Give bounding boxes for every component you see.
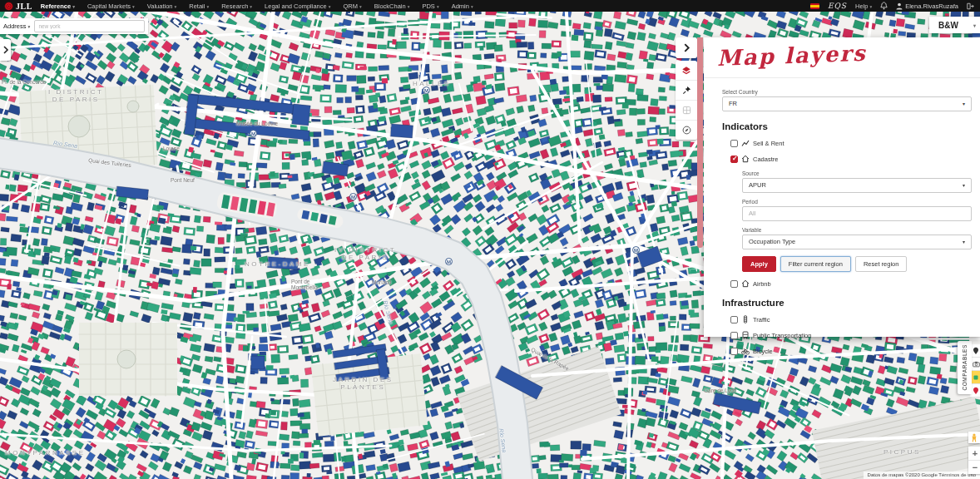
nav-item-capital-markets[interactable]: Capital Markets▾ <box>87 2 135 10</box>
panel-collapse-button[interactable] <box>676 37 697 58</box>
chevron-down-icon: ▾ <box>973 22 976 28</box>
nav-item-qrm[interactable]: QRM▾ <box>343 2 361 10</box>
jll-logo[interactable]: JLL <box>0 2 41 11</box>
pegman-icon <box>971 433 978 442</box>
chevron-right-icon <box>2 46 9 54</box>
panel-title: Map layers <box>716 37 980 71</box>
spain-flag-icon[interactable] <box>810 3 819 9</box>
airbnb-checkbox[interactable] <box>730 280 738 288</box>
nav-item-retail[interactable]: Retail▾ <box>189 2 209 10</box>
traffic-checkbox[interactable] <box>730 316 738 323</box>
map-layers-panel: Map layers Select Country FR Indicators … <box>704 37 980 337</box>
grid-square-icon <box>682 106 691 115</box>
user-name: Elena.RivasRuzafa <box>905 2 958 10</box>
compass-tool-button[interactable] <box>676 121 697 140</box>
address-bar: Address ▾ <box>0 18 148 34</box>
infrastructure-heading: Infrastructure <box>722 298 972 308</box>
traffic-checkbox-row[interactable]: Traffic <box>722 315 972 323</box>
home-icon <box>741 155 750 163</box>
left-panel-expand-button[interactable] <box>0 39 11 61</box>
home-icon <box>741 279 750 288</box>
period-input[interactable]: All <box>742 206 972 221</box>
nav-item-research[interactable]: Research▾ <box>221 2 252 10</box>
nav-item-valuation[interactable]: Valuation▾ <box>147 2 176 10</box>
variable-label: Variable <box>742 227 972 233</box>
nav-item-legal-compliance[interactable]: Legal and Compliance▾ <box>265 2 330 10</box>
select-region-tool-button[interactable] <box>676 101 697 121</box>
map-toolbar <box>676 37 697 140</box>
airbnb-checkbox-row[interactable]: Airbnb <box>722 279 972 288</box>
compass-icon <box>682 126 691 135</box>
traffic-light-icon <box>741 315 750 323</box>
nav-item-reference[interactable]: Reference▾ <box>41 2 75 10</box>
camera-icon <box>973 361 980 368</box>
address-search-input[interactable] <box>34 20 145 32</box>
indicators-heading: Indicators <box>722 121 972 131</box>
map-attribution[interactable]: Datos de mapas ©2020 Google Términos de … <box>864 472 980 479</box>
help-menu[interactable]: Help▾ <box>855 2 872 10</box>
pin-tool-button[interactable] <box>676 81 697 101</box>
cadastre-checkbox-row[interactable]: Cadastre <box>722 155 972 163</box>
top-nav: JLL Reference▾ Capital Markets▾ Valuatio… <box>0 0 980 12</box>
bicycle-checkbox-row[interactable]: Bicycle <box>722 347 972 355</box>
panel-scrollbar[interactable] <box>697 37 703 248</box>
filter-current-region-button[interactable]: Filter current region <box>780 256 851 272</box>
country-select[interactable]: FR <box>722 96 972 111</box>
zoom-control: + − <box>968 447 980 474</box>
bicycle-checkbox[interactable] <box>730 348 738 355</box>
bicycle-icon <box>741 347 750 355</box>
eqs-logo[interactable]: EQS <box>828 2 847 10</box>
source-label: Source <box>742 170 972 176</box>
pushpin-icon <box>682 86 691 95</box>
red-map-pin-icon <box>973 387 979 395</box>
cadastre-checkbox[interactable] <box>730 156 738 163</box>
bell-icon[interactable] <box>880 2 888 10</box>
apply-button[interactable]: Apply <box>742 256 776 272</box>
bus-icon <box>741 331 750 339</box>
nav-item-pds[interactable]: PDS▾ <box>422 2 438 10</box>
chevron-right-icon <box>683 43 690 52</box>
logout-icon[interactable] <box>967 2 974 10</box>
street-view-pegman[interactable] <box>968 432 980 443</box>
variable-select[interactable]: Occupation Type <box>742 235 972 249</box>
period-label: Period <box>742 199 972 205</box>
layers-icon <box>681 66 691 76</box>
user-icon <box>896 2 903 10</box>
address-dropdown[interactable]: Address ▾ <box>3 22 30 30</box>
basemap-style-toggle[interactable]: B&W▾ <box>929 17 980 33</box>
app-window: I DISTRICT DE PARISIV DISTRICT DE PARISN… <box>0 0 980 479</box>
line-chart-icon <box>741 139 750 147</box>
jll-emblem-icon <box>4 2 13 11</box>
user-menu[interactable]: Elena.RivasRuzafa <box>896 2 958 10</box>
nav-item-admin[interactable]: Admin▾ <box>452 2 473 10</box>
select-country-label: Select Country <box>722 89 972 95</box>
nav-item-blockchain[interactable]: BlockChain▾ <box>374 2 410 10</box>
map-layers-tool-button[interactable] <box>676 61 697 81</box>
public-transportation-checkbox[interactable] <box>730 332 738 339</box>
zoom-out-button[interactable]: − <box>968 461 980 474</box>
marker-icon <box>973 374 979 381</box>
sell-rent-checkbox[interactable] <box>730 140 738 147</box>
sell-rent-checkbox-row[interactable]: Sell & Rent <box>722 139 972 147</box>
public-transportation-checkbox-row[interactable]: Public Transportation <box>722 331 972 339</box>
reset-region-button[interactable]: Reset region <box>855 256 908 272</box>
zoom-in-button[interactable]: + <box>968 447 980 461</box>
brand-name: JLL <box>16 2 32 11</box>
source-select[interactable]: APUR <box>742 178 972 193</box>
